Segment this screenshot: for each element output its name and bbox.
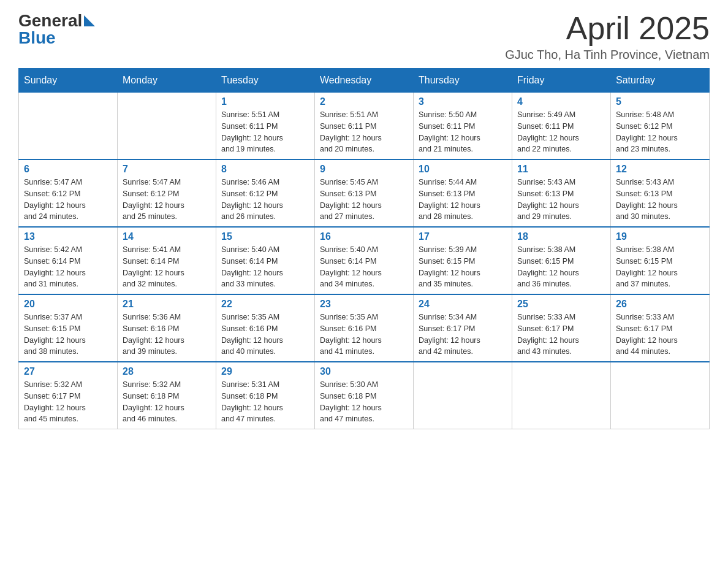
- day-number: 14: [123, 231, 211, 242]
- day-number: 26: [616, 299, 704, 310]
- header-sunday: Sunday: [19, 69, 118, 93]
- day-number: 12: [616, 164, 704, 175]
- title-area: April 2025 GJuc Tho, Ha Tinh Province, V…: [505, 12, 710, 62]
- calendar-cell: 21Sunrise: 5:36 AM Sunset: 6:16 PM Dayli…: [118, 294, 216, 362]
- day-number: 30: [320, 366, 408, 377]
- calendar-cell: 15Sunrise: 5:40 AM Sunset: 6:14 PM Dayli…: [216, 227, 315, 294]
- day-number: 19: [616, 231, 704, 242]
- day-number: 1: [221, 96, 309, 107]
- day-info: Sunrise: 5:33 AM Sunset: 6:17 PM Dayligh…: [517, 312, 605, 358]
- header: General Blue April 2025 GJuc Tho, Ha Tin…: [18, 12, 710, 62]
- header-friday: Friday: [512, 69, 611, 93]
- day-number: 6: [24, 164, 112, 175]
- day-info: Sunrise: 5:40 AM Sunset: 6:14 PM Dayligh…: [221, 244, 309, 290]
- calendar-cell: 25Sunrise: 5:33 AM Sunset: 6:17 PM Dayli…: [512, 294, 611, 362]
- day-number: 28: [123, 366, 211, 377]
- day-number: 3: [419, 96, 507, 107]
- calendar-cell: 9Sunrise: 5:45 AM Sunset: 6:13 PM Daylig…: [315, 159, 414, 227]
- day-info: Sunrise: 5:48 AM Sunset: 6:12 PM Dayligh…: [616, 109, 704, 155]
- day-number: 29: [221, 366, 309, 377]
- day-info: Sunrise: 5:47 AM Sunset: 6:12 PM Dayligh…: [24, 177, 112, 223]
- calendar-cell: 12Sunrise: 5:43 AM Sunset: 6:13 PM Dayli…: [611, 159, 710, 227]
- day-number: 9: [320, 164, 408, 175]
- calendar-cell: 19Sunrise: 5:38 AM Sunset: 6:15 PM Dayli…: [611, 227, 710, 294]
- calendar-cell: 10Sunrise: 5:44 AM Sunset: 6:13 PM Dayli…: [414, 159, 512, 227]
- calendar-cell: 14Sunrise: 5:41 AM Sunset: 6:14 PM Dayli…: [118, 227, 216, 294]
- day-info: Sunrise: 5:40 AM Sunset: 6:14 PM Dayligh…: [320, 244, 408, 290]
- calendar-cell: 27Sunrise: 5:32 AM Sunset: 6:17 PM Dayli…: [19, 362, 118, 429]
- calendar-cell: 29Sunrise: 5:31 AM Sunset: 6:18 PM Dayli…: [216, 362, 315, 429]
- day-number: 18: [517, 231, 605, 242]
- day-number: 13: [24, 231, 112, 242]
- day-info: Sunrise: 5:31 AM Sunset: 6:18 PM Dayligh…: [221, 379, 309, 425]
- calendar-cell: 6Sunrise: 5:47 AM Sunset: 6:12 PM Daylig…: [19, 159, 118, 227]
- weekday-header-row: Sunday Monday Tuesday Wednesday Thursday…: [19, 69, 710, 93]
- day-info: Sunrise: 5:35 AM Sunset: 6:16 PM Dayligh…: [320, 312, 408, 358]
- location-title: GJuc Tho, Ha Tinh Province, Vietnam: [505, 48, 710, 62]
- day-info: Sunrise: 5:32 AM Sunset: 6:18 PM Dayligh…: [123, 379, 211, 425]
- logo-general-text: General: [18, 12, 82, 29]
- week-row-3: 13Sunrise: 5:42 AM Sunset: 6:14 PM Dayli…: [19, 227, 710, 294]
- day-info: Sunrise: 5:47 AM Sunset: 6:12 PM Dayligh…: [123, 177, 211, 223]
- header-tuesday: Tuesday: [216, 69, 315, 93]
- day-info: Sunrise: 5:42 AM Sunset: 6:14 PM Dayligh…: [24, 244, 112, 290]
- day-number: 10: [419, 164, 507, 175]
- calendar-cell: 7Sunrise: 5:47 AM Sunset: 6:12 PM Daylig…: [118, 159, 216, 227]
- day-info: Sunrise: 5:43 AM Sunset: 6:13 PM Dayligh…: [616, 177, 704, 223]
- day-number: 11: [517, 164, 605, 175]
- day-info: Sunrise: 5:34 AM Sunset: 6:17 PM Dayligh…: [419, 312, 507, 358]
- week-row-2: 6Sunrise: 5:47 AM Sunset: 6:12 PM Daylig…: [19, 159, 710, 227]
- day-info: Sunrise: 5:51 AM Sunset: 6:11 PM Dayligh…: [221, 109, 309, 155]
- week-row-4: 20Sunrise: 5:37 AM Sunset: 6:15 PM Dayli…: [19, 294, 710, 362]
- calendar-cell: 3Sunrise: 5:50 AM Sunset: 6:11 PM Daylig…: [414, 93, 512, 160]
- day-number: 16: [320, 231, 408, 242]
- header-monday: Monday: [118, 69, 216, 93]
- header-saturday: Saturday: [611, 69, 710, 93]
- logo-triangle-icon: [84, 15, 95, 29]
- calendar-cell: 1Sunrise: 5:51 AM Sunset: 6:11 PM Daylig…: [216, 93, 315, 160]
- month-title: April 2025: [505, 12, 710, 44]
- header-thursday: Thursday: [414, 69, 512, 93]
- day-number: 7: [123, 164, 211, 175]
- day-info: Sunrise: 5:43 AM Sunset: 6:13 PM Dayligh…: [517, 177, 605, 223]
- day-number: 24: [419, 299, 507, 310]
- calendar-cell: 5Sunrise: 5:48 AM Sunset: 6:12 PM Daylig…: [611, 93, 710, 160]
- calendar-cell: [19, 93, 118, 160]
- svg-marker-0: [84, 15, 95, 26]
- calendar-cell: 22Sunrise: 5:35 AM Sunset: 6:16 PM Dayli…: [216, 294, 315, 362]
- calendar-cell: [118, 93, 216, 160]
- calendar-cell: 2Sunrise: 5:51 AM Sunset: 6:11 PM Daylig…: [315, 93, 414, 160]
- day-info: Sunrise: 5:38 AM Sunset: 6:15 PM Dayligh…: [517, 244, 605, 290]
- day-number: 23: [320, 299, 408, 310]
- day-info: Sunrise: 5:38 AM Sunset: 6:15 PM Dayligh…: [616, 244, 704, 290]
- day-number: 22: [221, 299, 309, 310]
- calendar-cell: 8Sunrise: 5:46 AM Sunset: 6:12 PM Daylig…: [216, 159, 315, 227]
- day-info: Sunrise: 5:41 AM Sunset: 6:14 PM Dayligh…: [123, 244, 211, 290]
- calendar-cell: 20Sunrise: 5:37 AM Sunset: 6:15 PM Dayli…: [19, 294, 118, 362]
- day-info: Sunrise: 5:51 AM Sunset: 6:11 PM Dayligh…: [320, 109, 408, 155]
- day-info: Sunrise: 5:33 AM Sunset: 6:17 PM Dayligh…: [616, 312, 704, 358]
- day-info: Sunrise: 5:49 AM Sunset: 6:11 PM Dayligh…: [517, 109, 605, 155]
- calendar-table: Sunday Monday Tuesday Wednesday Thursday…: [18, 68, 710, 429]
- week-row-1: 1Sunrise: 5:51 AM Sunset: 6:11 PM Daylig…: [19, 93, 710, 160]
- logo-blue-text: Blue: [18, 29, 56, 47]
- calendar-cell: 28Sunrise: 5:32 AM Sunset: 6:18 PM Dayli…: [118, 362, 216, 429]
- day-info: Sunrise: 5:36 AM Sunset: 6:16 PM Dayligh…: [123, 312, 211, 358]
- day-number: 15: [221, 231, 309, 242]
- day-number: 17: [419, 231, 507, 242]
- calendar-cell: 30Sunrise: 5:30 AM Sunset: 6:18 PM Dayli…: [315, 362, 414, 429]
- calendar-cell: 11Sunrise: 5:43 AM Sunset: 6:13 PM Dayli…: [512, 159, 611, 227]
- calendar-cell: 18Sunrise: 5:38 AM Sunset: 6:15 PM Dayli…: [512, 227, 611, 294]
- calendar-cell: 26Sunrise: 5:33 AM Sunset: 6:17 PM Dayli…: [611, 294, 710, 362]
- day-info: Sunrise: 5:44 AM Sunset: 6:13 PM Dayligh…: [419, 177, 507, 223]
- day-info: Sunrise: 5:39 AM Sunset: 6:15 PM Dayligh…: [419, 244, 507, 290]
- logo: General Blue: [18, 12, 95, 47]
- calendar-cell: [414, 362, 512, 429]
- day-number: 5: [616, 96, 704, 107]
- calendar-cell: 23Sunrise: 5:35 AM Sunset: 6:16 PM Dayli…: [315, 294, 414, 362]
- day-number: 25: [517, 299, 605, 310]
- day-info: Sunrise: 5:45 AM Sunset: 6:13 PM Dayligh…: [320, 177, 408, 223]
- week-row-5: 27Sunrise: 5:32 AM Sunset: 6:17 PM Dayli…: [19, 362, 710, 429]
- calendar-cell: 24Sunrise: 5:34 AM Sunset: 6:17 PM Dayli…: [414, 294, 512, 362]
- calendar-cell: 4Sunrise: 5:49 AM Sunset: 6:11 PM Daylig…: [512, 93, 611, 160]
